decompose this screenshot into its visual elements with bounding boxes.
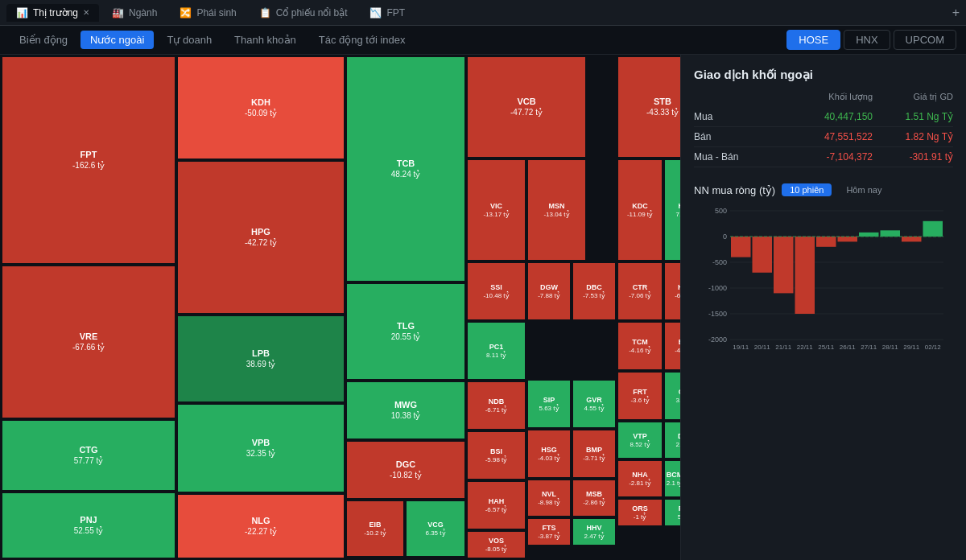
treemap-block-hag[interactable]: HAG -6.97 tỷ xyxy=(664,262,680,320)
treemap-block-kdh[interactable]: KDH -50.09 tỷ xyxy=(177,56,345,159)
treemap-block-bfc[interactable]: BFC -4.12 tỷ xyxy=(664,322,680,370)
svg-text:26/11: 26/11 xyxy=(840,344,857,351)
sub-nav-bien-dong[interactable]: Biến động xyxy=(10,31,77,49)
tab-phai-sinh[interactable]: 🔀 Phái sinh xyxy=(170,4,246,22)
sub-nav-thanh-khoan[interactable]: Thanh khoản xyxy=(225,31,306,49)
treemap-block-hpg[interactable]: HPG -42.72 tỷ xyxy=(177,161,345,314)
sub-nav-tac-dong[interactable]: Tác động tới index xyxy=(309,31,415,49)
treemap-block-dbc[interactable]: DBC -7.53 tỷ xyxy=(572,262,616,320)
treemap-block-bsi[interactable]: BSI -5.98 tỷ xyxy=(467,431,526,480)
treemap-block-nlg[interactable]: NLG -22.27 tỷ xyxy=(177,494,345,558)
row-kl: -7,104,372 xyxy=(784,151,873,163)
industry-icon: 🏭 xyxy=(112,7,124,19)
treemap-block-vic[interactable]: VIC -13.17 tỷ xyxy=(467,159,526,261)
treemap-block-vcg[interactable]: VCG 6.35 tỷ xyxy=(406,500,465,557)
svg-rect-12 xyxy=(731,237,751,257)
block-ticker: STB xyxy=(654,97,671,107)
treemap-block-ctr[interactable]: CTR -7.06 tỷ xyxy=(617,262,663,320)
treemap-block-nha[interactable]: NHA -2.81 tỷ xyxy=(617,460,663,497)
svg-text:21/11: 21/11 xyxy=(775,344,792,351)
block-value: 38.69 tỷ xyxy=(246,360,276,369)
market-tab-hose[interactable]: HOSE xyxy=(786,30,840,50)
treemap-block-vcb[interactable]: VCB -47.72 tỷ xyxy=(467,56,586,158)
treemap-block-kdc[interactable]: KDC -11.09 tỷ xyxy=(617,159,663,261)
block-ticker: HHV xyxy=(586,524,601,533)
treemap-block-tlg[interactable]: TLG 20.55 tỷ xyxy=(346,283,465,380)
treemap-block-dpm[interactable]: DPM 2.48 tỷ xyxy=(664,422,680,459)
block-ticker: HSG xyxy=(541,446,557,455)
add-tab-button[interactable]: + xyxy=(952,6,960,20)
tab-fpt[interactable]: 📉 FPT xyxy=(360,4,415,22)
treemap-block-msb[interactable]: MSB -2.86 tỷ xyxy=(572,480,616,517)
treemap-block-dgw[interactable]: DGW -7.88 tỷ xyxy=(527,262,571,320)
tab-thi-truong[interactable]: 📊 Thị trường ✕ xyxy=(6,4,99,22)
treemap-block-msn[interactable]: MSN -13.04 tỷ xyxy=(527,159,586,261)
block-ticker: VCG xyxy=(427,521,444,529)
market-tab-upcom[interactable]: UPCOM xyxy=(894,30,956,50)
treemap-block-dgc[interactable]: DGC -10.82 tỷ xyxy=(346,441,465,499)
stock2-icon: 📉 xyxy=(369,7,382,19)
period-today-button[interactable]: Hôm nay xyxy=(838,183,890,196)
block-value: -11.09 tỷ xyxy=(627,211,653,219)
block-ticker: NVL xyxy=(542,490,556,499)
treemap-block-bcm[interactable]: BCM 2.1 tỷ xyxy=(664,460,680,497)
treemap-block-ssi[interactable]: SSI -10.48 tỷ xyxy=(467,262,526,320)
block-value: -7.88 tỷ xyxy=(538,292,560,300)
treemap-block-tcm[interactable]: TCM -4.16 tỷ xyxy=(617,322,663,370)
sidebar: Giao dịch khối ngoại Khối lượng Giá trị … xyxy=(680,55,966,560)
row-gt: -301.91 tỷ xyxy=(873,151,953,163)
tab-co-phieu[interactable]: 📋 Cổ phiếu nổi bật xyxy=(250,4,357,22)
block-value: -4.16 tỷ xyxy=(629,347,651,355)
treemap-block-tcb[interactable]: TCB 48.24 tỷ xyxy=(346,56,465,282)
block-value: -7.53 tỷ xyxy=(583,292,605,300)
block-value: -3.6 tỷ xyxy=(630,397,649,405)
treemap-block-frt[interactable]: FRT -3.6 tỷ xyxy=(617,372,663,420)
svg-text:28/11: 28/11 xyxy=(882,344,899,351)
svg-rect-20 xyxy=(816,237,836,247)
treemap-block-pc1[interactable]: PC1 8.11 tỷ xyxy=(467,322,526,380)
period-10-button[interactable]: 10 phiên xyxy=(782,183,832,196)
block-ticker: SSI xyxy=(490,283,502,292)
block-ticker: GVR xyxy=(586,396,602,405)
sub-nav-tu-doanh[interactable]: Tự doanh xyxy=(157,31,221,49)
block-value: -4.12 tỷ xyxy=(675,347,680,355)
block-ticker: PC1 xyxy=(489,343,504,352)
treemap-block-bmp[interactable]: BMP -3.71 tỷ xyxy=(572,430,616,478)
treemap-block-vos[interactable]: VOS -8.05 tỷ xyxy=(467,531,526,558)
treemap-block-vpb[interactable]: VPB 32.35 tỷ xyxy=(177,404,345,492)
block-value: -47.72 tỷ xyxy=(510,108,543,117)
treemap-block-lpb[interactable]: LPB 38.69 tỷ xyxy=(177,315,345,402)
treemap-block-fpt[interactable]: FPT -162.6 tỷ xyxy=(2,56,175,264)
treemap-block-cev[interactable]: CEV 3.57 tỷ xyxy=(664,372,680,420)
row-kl: 47,551,522 xyxy=(784,131,873,142)
sub-nav: Biến động Nước ngoài Tự doanh Thanh khoả… xyxy=(0,26,966,55)
block-value: 32.35 tỷ xyxy=(246,449,276,459)
treemap-block-vre[interactable]: VRE -67.66 tỷ xyxy=(2,266,175,418)
treemap-block-ors[interactable]: ORS -1 tỷ xyxy=(617,499,663,526)
treemap-block-mwg[interactable]: MWG 10.38 tỷ xyxy=(346,381,465,439)
svg-rect-26 xyxy=(881,230,901,237)
treemap-block-pnj[interactable]: PNJ 52.55 tỷ xyxy=(2,492,175,558)
treemap-block-hah[interactable]: HAH -6.57 tỷ xyxy=(467,481,526,529)
treemap-block-ndb[interactable]: NDB -6.71 tỷ xyxy=(467,381,526,430)
tab-nganh[interactable]: 🏭 Ngành xyxy=(102,4,167,22)
treemap-block-nvl[interactable]: NVL -8.98 tỷ xyxy=(527,480,571,517)
treemap-block-hsg[interactable]: HSG -4.03 tỷ xyxy=(527,430,571,478)
market-tab-hnx[interactable]: HNX xyxy=(844,30,890,50)
treemap-block-vtp[interactable]: VTP 8.52 tỷ xyxy=(617,422,663,459)
sub-nav-nuoc-ngoai[interactable]: Nước ngoài xyxy=(80,31,154,49)
block-value: 3.57 tỷ xyxy=(675,397,680,405)
treemap-block-hhv[interactable]: HHV 2.47 tỷ xyxy=(572,518,616,546)
treemap-block-eib[interactable]: EIB -10.2 tỷ xyxy=(346,500,404,557)
treemap-block-pvd[interactable]: PVD 5.0 tỷ xyxy=(664,499,680,526)
block-value: -10.48 tỷ xyxy=(483,292,509,300)
treemap-block-gvr[interactable]: GVR 4.55 tỷ xyxy=(572,380,616,428)
block-ticker: PNJ xyxy=(80,515,97,525)
treemap-block-sip[interactable]: SIP 5.63 tỷ xyxy=(527,380,571,428)
treemap-block-stb[interactable]: STB -43.33 tỷ xyxy=(617,56,680,158)
treemap-block-hvn[interactable]: HVN 7.21 tỷ xyxy=(664,159,680,261)
nn-section-header: NN mua ròng (tỷ) 10 phiên Hôm nay xyxy=(694,183,953,196)
tab-close-icon[interactable]: ✕ xyxy=(83,8,89,17)
treemap-block-ctg[interactable]: CTG 57.77 tỷ xyxy=(2,420,175,491)
treemap-block-fts[interactable]: FTS -3.87 tỷ xyxy=(527,518,571,546)
